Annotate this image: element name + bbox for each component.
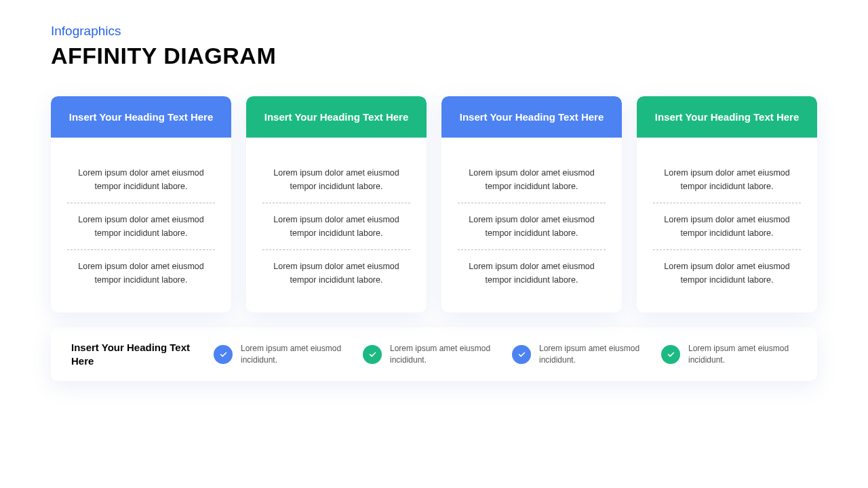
cards-row: Insert Your Heading Text Here Lorem ipsu…: [51, 96, 817, 312]
footer-row: Insert Your Heading Text Here Lorem ipsu…: [51, 327, 817, 381]
card-body: Lorem ipsum dolor amet eiusmod tempor in…: [637, 138, 817, 312]
card-body: Lorem ipsum dolor amet eiusmod tempor in…: [246, 138, 427, 312]
card-item: Lorem ipsum dolor amet eiusmod tempor in…: [66, 250, 216, 296]
card-item: Lorem ipsum dolor amet eiusmod tempor in…: [456, 157, 607, 203]
footer-heading: Insert Your Heading Text Here: [71, 341, 200, 367]
card-item: Lorem ipsum dolor amet eiusmod tempor in…: [66, 157, 216, 203]
footer-item: Lorem ipsum amet eiusmod incididunt.: [661, 343, 797, 366]
card-item: Lorem ipsum dolor amet eiusmod tempor in…: [261, 157, 412, 203]
page-subtitle: Infographics: [51, 24, 817, 39]
footer-item: Lorem ipsum amet eiusmod incididunt.: [512, 343, 648, 366]
card-heading: Insert Your Heading Text Here: [246, 96, 427, 138]
card-item: Lorem ipsum dolor amet eiusmod tempor in…: [652, 250, 802, 296]
card-item: Lorem ipsum dolor amet eiusmod tempor in…: [456, 250, 607, 296]
card-item: Lorem ipsum dolor amet eiusmod tempor in…: [456, 203, 607, 249]
footer-item-text: Lorem ipsum amet eiusmod incididunt.: [241, 343, 349, 366]
check-icon: [214, 345, 233, 364]
check-icon: [661, 345, 680, 364]
affinity-card: Insert Your Heading Text Here Lorem ipsu…: [441, 96, 622, 312]
card-item: Lorem ipsum dolor amet eiusmod tempor in…: [652, 157, 802, 203]
check-icon: [363, 345, 382, 364]
card-item: Lorem ipsum dolor amet eiusmod tempor in…: [261, 203, 412, 249]
card-body: Lorem ipsum dolor amet eiusmod tempor in…: [441, 138, 622, 312]
affinity-card: Insert Your Heading Text Here Lorem ipsu…: [246, 96, 427, 312]
card-item: Lorem ipsum dolor amet eiusmod tempor in…: [66, 203, 216, 249]
card-heading: Insert Your Heading Text Here: [441, 96, 622, 138]
footer-item-text: Lorem ipsum amet eiusmod incididunt.: [539, 343, 648, 366]
card-item: Lorem ipsum dolor amet eiusmod tempor in…: [652, 203, 802, 249]
card-heading: Insert Your Heading Text Here: [51, 96, 231, 138]
card-body: Lorem ipsum dolor amet eiusmod tempor in…: [51, 138, 231, 312]
footer-item: Lorem ipsum amet eiusmod incididunt.: [214, 343, 349, 366]
affinity-card: Insert Your Heading Text Here Lorem ipsu…: [637, 96, 817, 312]
card-item: Lorem ipsum dolor amet eiusmod tempor in…: [261, 250, 412, 296]
page-title: AFFINITY DIAGRAM: [51, 43, 817, 69]
card-heading: Insert Your Heading Text Here: [637, 96, 817, 138]
footer-item-text: Lorem ipsum amet eiusmod incididunt.: [390, 343, 498, 366]
footer-item: Lorem ipsum amet eiusmod incididunt.: [363, 343, 498, 366]
check-icon: [512, 345, 531, 364]
footer-item-text: Lorem ipsum amet eiusmod incididunt.: [688, 343, 797, 366]
affinity-card: Insert Your Heading Text Here Lorem ipsu…: [51, 96, 231, 312]
